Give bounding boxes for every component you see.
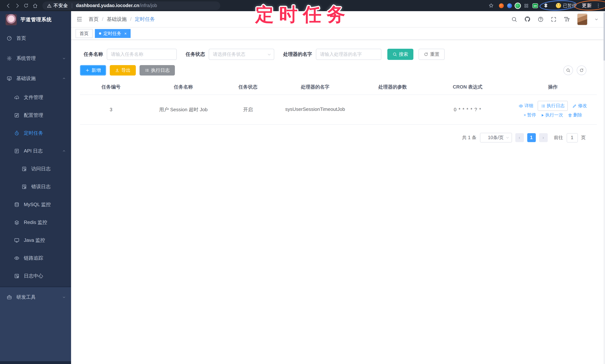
handler-name-input[interactable] — [316, 49, 381, 60]
user-avatar[interactable] — [577, 13, 588, 25]
toggle-search-button[interactable] — [563, 65, 573, 75]
page-size-select[interactable]: 10条/页 — [480, 133, 512, 143]
action-detail[interactable]: 详细 — [519, 103, 533, 109]
column-header: 操作 — [509, 80, 597, 95]
extensions-puzzle-icon[interactable] — [541, 1, 550, 10]
tab-home[interactable]: 首页 — [76, 29, 93, 38]
export-button[interactable]: 导出 — [110, 65, 136, 76]
table-header-row: 任务编号任务名称任务状态处理器的名字处理器的参数CRON 表达式操作 — [80, 80, 597, 95]
sidebar-item-access-log[interactable]: 访问日志 — [0, 160, 71, 178]
action-delete[interactable]: 删除 — [568, 112, 582, 118]
sidebar-item-file-management[interactable]: 文件管理 — [0, 89, 71, 106]
pause-x-icon: × — [524, 113, 526, 117]
log-center-icon — [14, 273, 19, 279]
help-icon[interactable] — [538, 16, 544, 22]
sidebar-item-trace[interactable]: 链路追踪 — [0, 249, 71, 267]
sidebar-item-dev-tools[interactable]: 研发工具 — [0, 287, 71, 307]
sidebar-item-java-monitor[interactable]: Java 监控 — [0, 231, 71, 249]
back-icon[interactable] — [4, 1, 13, 10]
breadcrumb-item[interactable]: 定时任务 — [135, 16, 155, 23]
sidebar-item-api-log[interactable]: API 日志 — [0, 142, 71, 160]
goto-page-input[interactable] — [566, 133, 578, 142]
cell-cron: 0 * * * * ? * — [426, 95, 509, 124]
page-scrollbar[interactable] — [604, 11, 605, 364]
sidebar-item-error-log[interactable]: 错误日志 — [0, 178, 71, 196]
access-log-icon — [22, 166, 27, 171]
breadcrumb-item[interactable]: 首页 — [89, 16, 99, 23]
sidebar-item-infrastructure[interactable]: 基础设施 — [0, 68, 71, 89]
column-header: 任务名称 — [142, 80, 224, 95]
extension-icon-blue[interactable] — [507, 3, 512, 8]
task-status-select[interactable] — [209, 49, 274, 60]
search-button[interactable]: 搜索 — [387, 49, 413, 60]
action-edit[interactable]: 修改 — [572, 103, 587, 109]
sidebar-item-label: 研发工具 — [16, 294, 36, 300]
collapse-sidebar-icon[interactable] — [76, 16, 83, 22]
sidebar-item-config-management[interactable]: 配置管理 — [0, 106, 71, 124]
action-job-log[interactable]: 执行日志 — [538, 101, 568, 111]
font-size-icon[interactable] — [564, 16, 570, 22]
extension-icon-orange[interactable] — [499, 3, 504, 8]
table-row[interactable]: 3 用户 Session 超时 Job 开启 sysUserSessionTim… — [80, 95, 597, 124]
play-icon — [540, 113, 544, 117]
job-log-button[interactable]: 执行日志 — [140, 65, 175, 76]
sidebar-item-system-management[interactable]: 系统管理 — [0, 48, 71, 68]
extension-icon-green[interactable] — [515, 3, 520, 8]
add-button[interactable]: 新增 — [80, 65, 106, 76]
pagination-total: 共 1 条 — [462, 134, 476, 141]
browser-menu-kebab-icon[interactable] — [595, 1, 601, 10]
address-bar[interactable]: 不安全 dashboard.yudao.iocoder.cn/infra/job — [42, 1, 220, 10]
sidebar-item-label: 系统管理 — [16, 55, 36, 62]
sidebar-item-scheduled-tasks[interactable]: 定时任务 — [0, 124, 71, 142]
cell-handler-name: sysUserSessionTimeoutJob — [271, 95, 359, 124]
forward-icon[interactable] — [13, 1, 22, 10]
url-host: dashboard.yudao.iocoder.cn — [76, 3, 139, 8]
app-logo-row[interactable]: 芋道管理系统 — [0, 11, 71, 28]
page-size-chevron-icon — [505, 136, 509, 140]
paused-label: 已暂停 — [563, 2, 576, 9]
user-menu-caret-icon[interactable] — [595, 17, 598, 21]
top-navbar: 首页/基础设施/定时任务 — [71, 11, 605, 27]
sidebar-bottom-strip — [0, 361, 71, 364]
prev-page-button[interactable]: ‹ — [515, 133, 524, 142]
job-log-icon — [541, 104, 546, 108]
tab-close-icon[interactable]: × — [124, 31, 127, 36]
search-icon[interactable] — [511, 16, 517, 22]
column-header: 处理器的参数 — [359, 80, 426, 95]
bookmark-star-icon[interactable] — [487, 1, 496, 10]
reset-button[interactable]: 重置 — [419, 49, 445, 60]
browser-chrome: 不安全 dashboard.yudao.iocoder.cn/infra/job… — [0, 0, 605, 11]
sidebar-item-label: API 日志 — [24, 148, 43, 154]
trace-icon — [14, 256, 19, 261]
home-icon[interactable] — [30, 1, 39, 10]
next-page-button[interactable]: › — [539, 133, 548, 142]
reload-icon[interactable] — [22, 1, 30, 10]
jobs-table: 任务编号任务名称任务状态处理器的名字处理器的参数CRON 表达式操作 3 用户 … — [80, 80, 597, 125]
sidebar-item-label: 链路追踪 — [24, 255, 43, 261]
sidebar-item-home[interactable]: 首页 — [0, 28, 71, 48]
chevron-up-icon — [62, 149, 66, 153]
fullscreen-icon[interactable] — [551, 16, 557, 22]
scrollbar-thumb[interactable] — [604, 12, 605, 61]
tab-scheduled-tasks[interactable]: 定时任务 × — [95, 29, 131, 38]
action-run-once[interactable]: 执行一次 — [540, 112, 563, 118]
screen: 不安全 dashboard.yudao.iocoder.cn/infra/job… — [0, 0, 605, 364]
breadcrumb-item[interactable]: 基础设施 — [107, 16, 127, 23]
error-log-icon — [22, 184, 27, 189]
column-header: 任务编号 — [80, 80, 142, 95]
browser-update-button[interactable]: 更新 — [582, 2, 592, 9]
column-header: CRON 表达式 — [426, 80, 509, 95]
extension-on-badge[interactable]: on — [532, 3, 538, 8]
github-icon[interactable] — [524, 16, 531, 22]
page-number-button[interactable]: 1 — [527, 133, 536, 142]
sidebar-item-log-center[interactable]: 日志中心 — [0, 267, 71, 285]
profile-paused-chip[interactable]: 已暂停 — [554, 2, 579, 10]
refresh-table-button[interactable] — [577, 65, 586, 75]
handler-name-label: 处理器的名字 — [283, 51, 312, 58]
home-icon — [7, 36, 12, 41]
action-pause[interactable]: ×暂停 — [524, 112, 536, 118]
extension-grid-icon[interactable] — [524, 1, 529, 10]
sidebar-item-mysql-monitor[interactable]: MySQL 监控 — [0, 196, 71, 214]
task-name-input[interactable] — [107, 49, 177, 60]
sidebar-item-redis-monitor[interactable]: Redis 监控 — [0, 214, 71, 231]
